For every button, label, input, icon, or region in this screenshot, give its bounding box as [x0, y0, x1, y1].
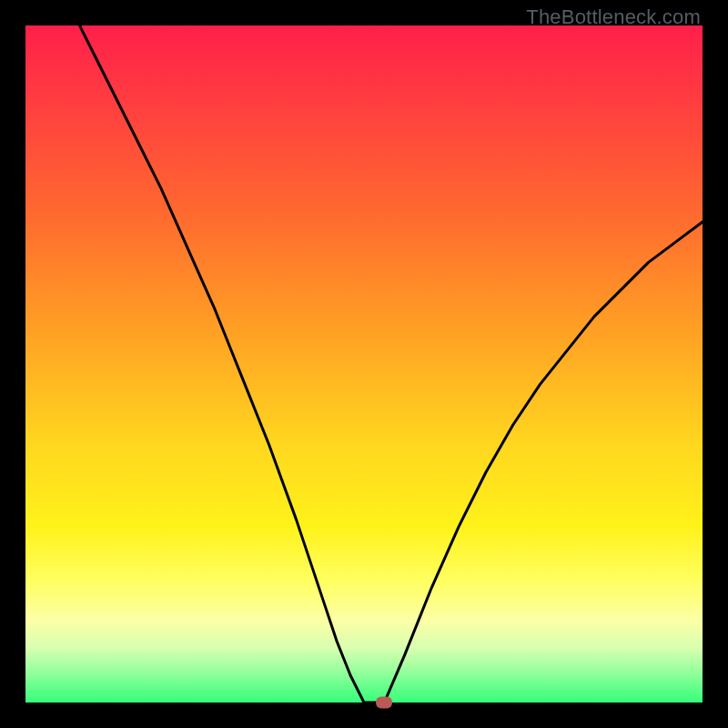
chart-frame: TheBottleneck.com: [0, 0, 728, 728]
bottleneck-marker: [376, 697, 392, 709]
plot-area: [25, 25, 703, 703]
bottleneck-curve: [25, 25, 703, 703]
